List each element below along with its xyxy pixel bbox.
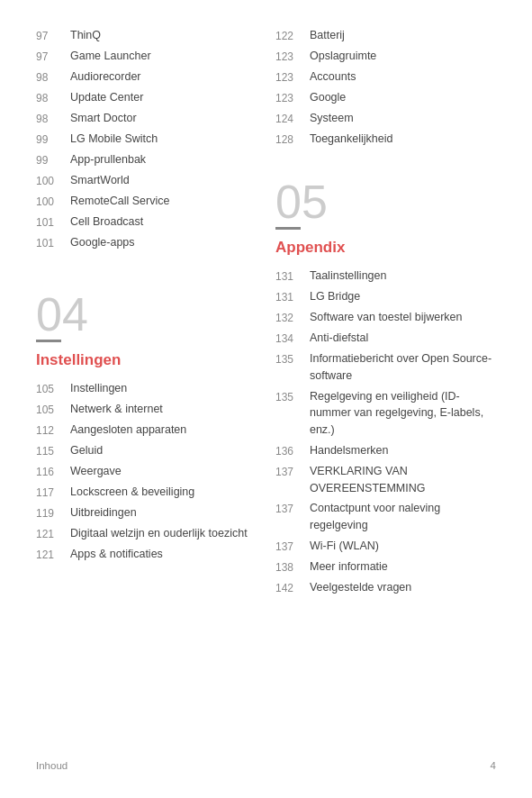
- toc-label: Toegankelijkheid: [310, 131, 496, 148]
- list-item: 100SmartWorld: [36, 172, 248, 189]
- toc-num: 123: [275, 68, 310, 86]
- chapter-04-block: 04 Instellingen 105Instellingen105Netwer…: [36, 291, 248, 563]
- toc-num: 117: [36, 484, 70, 501]
- toc-num: 135: [275, 350, 310, 385]
- toc-label: SmartWorld: [70, 172, 248, 189]
- toc-num: 99: [36, 151, 70, 168]
- footer: Inhoud 4: [36, 751, 496, 771]
- toc-num: 100: [36, 172, 70, 189]
- toc-label: Lockscreen & beveiliging: [70, 484, 248, 501]
- toc-num: 138: [275, 558, 310, 576]
- toc-label: Instellingen: [70, 380, 248, 397]
- toc-num: 105: [36, 380, 70, 397]
- toc-num: 105: [36, 401, 70, 418]
- toc-label: ThinQ: [70, 27, 248, 44]
- toc-label: Software van toestel bijwerken: [310, 309, 496, 326]
- toc-label: Apps & notificaties: [70, 546, 248, 563]
- toc-num: 101: [36, 213, 70, 231]
- toc-num: 97: [36, 48, 70, 65]
- toc-num: 112: [36, 422, 70, 439]
- list-item: 124Systeem: [275, 110, 496, 127]
- toc-label: Veelgestelde vragen: [310, 579, 496, 596]
- toc-num: 131: [275, 288, 310, 305]
- toc-label: Cell Broadcast: [70, 213, 248, 231]
- toc-num: 121: [36, 525, 70, 542]
- toc-num: 137: [275, 463, 310, 497]
- toc-num: 132: [275, 309, 310, 326]
- list-item: 122Batterij: [275, 27, 496, 44]
- toc-label: Contactpunt voor naleving regelgeving: [310, 500, 496, 534]
- right-top-items: 122Batterij123Opslagruimte123Accounts123…: [275, 27, 496, 148]
- toc-label: Handelsmerken: [310, 442, 496, 459]
- list-item: 98Audiorecorder: [36, 68, 248, 86]
- list-item: 132Software van toestel bijwerken: [275, 309, 496, 326]
- toc-label: LG Bridge: [310, 288, 496, 305]
- toc-num: 124: [275, 110, 310, 127]
- toc-num: 101: [36, 234, 70, 251]
- toc-label: Anti-diefstal: [310, 330, 496, 347]
- toc-label: LG Mobile Switch: [70, 131, 248, 148]
- toc-num: 99: [36, 131, 70, 148]
- list-item: 121Digitaal welzijn en ouderlijk toezich…: [36, 525, 248, 542]
- top-items-list: 97ThinQ97Game Launcher98Audiorecorder98U…: [36, 27, 248, 251]
- toc-num: 115: [36, 442, 70, 459]
- toc-num: 97: [36, 27, 70, 44]
- list-item: 134Anti-diefstal: [275, 330, 496, 347]
- toc-label: Meer informatie: [310, 558, 496, 576]
- toc-label: Digitaal welzijn en ouderlijk toezicht: [70, 525, 248, 542]
- toc-num: 123: [275, 48, 310, 65]
- toc-label: Smart Doctor: [70, 110, 248, 127]
- toc-num: 98: [36, 110, 70, 127]
- toc-label: Batterij: [310, 27, 496, 44]
- list-item: 116Weergave: [36, 463, 248, 480]
- list-item: 123Accounts: [275, 68, 496, 86]
- list-item: 135Informatiebericht over Open Source-so…: [275, 350, 496, 385]
- list-item: 100RemoteCall Service: [36, 193, 248, 210]
- list-item: 115Geluid: [36, 442, 248, 459]
- list-item: 123Opslagruimte: [275, 48, 496, 65]
- list-item: 101Cell Broadcast: [36, 213, 248, 231]
- toc-label: App-prullenbak: [70, 151, 248, 168]
- toc-label: Regelgeving en veiligheid (ID-nummer van…: [310, 388, 496, 439]
- toc-label: Aangesloten apparaten: [70, 422, 248, 439]
- footer-label: Inhoud: [36, 760, 68, 771]
- list-item: 117Lockscreen & beveiliging: [36, 484, 248, 501]
- list-item: 98Update Center: [36, 89, 248, 106]
- footer-page: 4: [491, 760, 496, 771]
- list-item: 101Google-apps: [36, 234, 248, 251]
- toc-num: 98: [36, 89, 70, 106]
- toc-label: Geluid: [70, 442, 248, 459]
- list-item: 119Uitbreidingen: [36, 504, 248, 521]
- list-item: 131Taalinstellingen: [275, 268, 496, 285]
- left-column: 97ThinQ97Game Launcher98Audiorecorder98U…: [36, 27, 266, 751]
- toc-num: 98: [36, 68, 70, 86]
- toc-num: 116: [36, 463, 70, 480]
- toc-label: Taalinstellingen: [310, 268, 496, 285]
- toc-num: 131: [275, 268, 310, 285]
- toc-label: Audiorecorder: [70, 68, 248, 86]
- toc-label: Opslagruimte: [310, 48, 496, 65]
- list-item: 99App-prullenbak: [36, 151, 248, 168]
- chapter-05-number: 05: [275, 178, 496, 225]
- list-item: 112Aangesloten apparaten: [36, 422, 248, 439]
- page: 97ThinQ97Game Launcher98Audiorecorder98U…: [0, 0, 532, 798]
- list-item: 131LG Bridge: [275, 288, 496, 305]
- toc-label: Wi-Fi (WLAN): [310, 538, 496, 555]
- toc-num: 128: [275, 131, 310, 148]
- toc-label: Informatiebericht over Open Source-softw…: [310, 350, 496, 385]
- toc-num: 137: [275, 538, 310, 555]
- toc-num: 142: [275, 579, 310, 596]
- chapter-05-block: 05 Appendix 131Taalinstellingen131LG Bri…: [275, 178, 496, 596]
- list-item: 135Regelgeving en veiligheid (ID-nummer …: [275, 388, 496, 439]
- toc-num: 119: [36, 504, 70, 521]
- list-item: 138Meer informatie: [275, 558, 496, 576]
- chapter-04-number: 04: [36, 291, 248, 338]
- chapter-05-items: 131Taalinstellingen131LG Bridge132Softwa…: [275, 268, 496, 596]
- list-item: 137VERKLARING VAN OVEREENSTEMMING: [275, 463, 496, 497]
- toc-label: RemoteCall Service: [70, 193, 248, 210]
- toc-label: VERKLARING VAN OVEREENSTEMMING: [310, 463, 496, 497]
- list-item: 142Veelgestelde vragen: [275, 579, 496, 596]
- toc-label: Game Launcher: [70, 48, 248, 65]
- list-item: 97Game Launcher: [36, 48, 248, 65]
- toc-num: 135: [275, 388, 310, 439]
